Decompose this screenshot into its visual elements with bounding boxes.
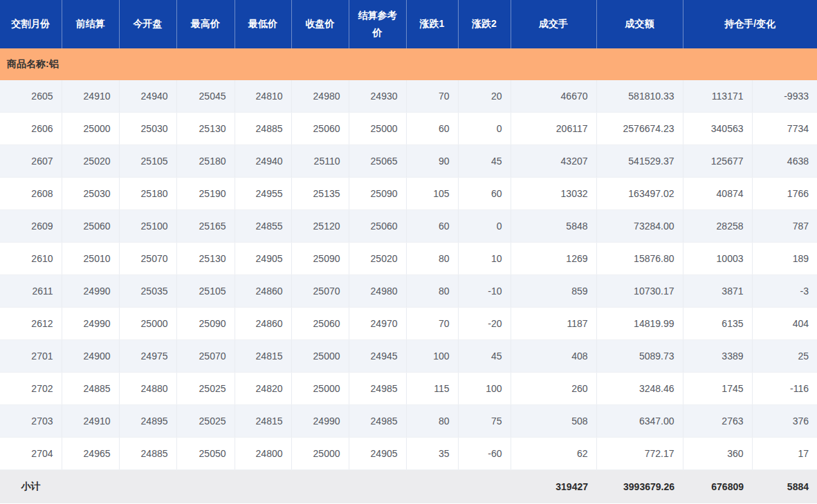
cell-open: 25100 xyxy=(119,210,176,243)
cell-close: 24990 xyxy=(291,405,349,438)
table-row: 2702248852488025025248202500024985115100… xyxy=(0,373,817,405)
cell-low: 24955 xyxy=(235,178,291,210)
cell-open-interest: 40874 xyxy=(683,178,752,210)
commodity-group: 商品名称:铝 xyxy=(0,48,817,80)
col-header-low: 最低价 xyxy=(235,0,291,48)
cell-oi-change: 25 xyxy=(752,340,817,373)
cell-high: 25070 xyxy=(176,340,235,373)
table-header: 交割月份 前结算 今开盘 最高价 最低价 收盘价 结算参考价 涨跌1 涨跌2 成… xyxy=(0,0,817,48)
cell-high: 25025 xyxy=(176,373,235,405)
cell-month: 2608 xyxy=(0,178,62,210)
cell-month: 2609 xyxy=(0,210,62,243)
cell-low: 24855 xyxy=(235,210,291,243)
cell-volume: 43207 xyxy=(511,145,596,178)
cell-change1: 105 xyxy=(406,178,458,210)
cell-close: 25110 xyxy=(291,145,349,178)
cell-low: 24860 xyxy=(235,308,291,340)
cell-oi-change: 1766 xyxy=(752,178,817,210)
cell-turnover: 6347.00 xyxy=(596,405,683,438)
col-header-settlement-ref: 结算参考价 xyxy=(349,0,406,48)
cell-close: 25000 xyxy=(291,438,349,470)
cell-open: 24880 xyxy=(119,373,176,405)
col-header-high: 最高价 xyxy=(176,0,235,48)
col-header-volume: 成交手 xyxy=(511,0,596,48)
cell-volume: 62 xyxy=(511,438,596,470)
cell-prev-settlement: 24900 xyxy=(62,340,119,373)
cell-low: 24940 xyxy=(235,145,291,178)
col-header-prev-settlement: 前结算 xyxy=(62,0,119,48)
subtotal-open-interest: 676809 xyxy=(683,470,752,504)
cell-settlement-ref: 25060 xyxy=(349,210,406,243)
cell-month: 2703 xyxy=(0,405,62,438)
cell-close: 25060 xyxy=(291,113,349,145)
cell-change2: -60 xyxy=(458,438,511,470)
cell-close: 25120 xyxy=(291,210,349,243)
subtotal-oi-change: 5884 xyxy=(752,470,817,504)
cell-prev-settlement: 24965 xyxy=(62,438,119,470)
cell-open: 25030 xyxy=(119,113,176,145)
cell-turnover: 581810.33 xyxy=(596,80,683,113)
subtotal-close xyxy=(291,470,349,504)
cell-settlement-ref: 24985 xyxy=(349,373,406,405)
subtotal-label: 小计 xyxy=(0,470,62,504)
commodity-name-row: 商品名称:铝 xyxy=(0,48,817,80)
cell-oi-change: -9933 xyxy=(752,80,817,113)
subtotal-settlement-ref xyxy=(349,470,406,504)
cell-close: 25090 xyxy=(291,243,349,275)
cell-open-interest: 3871 xyxy=(683,275,752,308)
cell-volume: 5848 xyxy=(511,210,596,243)
table-row: 2608250302518025190249552513525090105601… xyxy=(0,178,817,210)
table-row: 2703249102489525025248152499024985807550… xyxy=(0,405,817,438)
cell-change1: 70 xyxy=(406,80,458,113)
cell-oi-change: 376 xyxy=(752,405,817,438)
cell-change2: 45 xyxy=(458,340,511,373)
cell-settlement-ref: 25090 xyxy=(349,178,406,210)
cell-open-interest: 2763 xyxy=(683,405,752,438)
cell-low: 24860 xyxy=(235,275,291,308)
subtotal-turnover: 3993679.26 xyxy=(596,470,683,504)
subtotal-change1 xyxy=(406,470,458,504)
cell-low: 24905 xyxy=(235,243,291,275)
cell-settlement-ref: 24985 xyxy=(349,405,406,438)
cell-open-interest: 113171 xyxy=(683,80,752,113)
cell-high: 25130 xyxy=(176,243,235,275)
cell-high: 25090 xyxy=(176,308,235,340)
cell-settlement-ref: 24970 xyxy=(349,308,406,340)
cell-close: 25000 xyxy=(291,373,349,405)
col-header-open: 今开盘 xyxy=(119,0,176,48)
cell-open-interest: 340563 xyxy=(683,113,752,145)
cell-oi-change: -116 xyxy=(752,373,817,405)
cell-low: 24800 xyxy=(235,438,291,470)
col-header-turnover: 成交额 xyxy=(596,0,683,48)
cell-open-interest: 125677 xyxy=(683,145,752,178)
col-header-delivery-month: 交割月份 xyxy=(0,0,62,48)
cell-change1: 115 xyxy=(406,373,458,405)
cell-change1: 60 xyxy=(406,210,458,243)
cell-month: 2605 xyxy=(0,80,62,113)
cell-high: 25045 xyxy=(176,80,235,113)
cell-turnover: 5089.73 xyxy=(596,340,683,373)
cell-high: 25165 xyxy=(176,210,235,243)
cell-open-interest: 28258 xyxy=(683,210,752,243)
cell-oi-change: 404 xyxy=(752,308,817,340)
cell-prev-settlement: 25030 xyxy=(62,178,119,210)
header-row: 交割月份 前结算 今开盘 最高价 最低价 收盘价 结算参考价 涨跌1 涨跌2 成… xyxy=(0,0,817,48)
cell-turnover: 14819.99 xyxy=(596,308,683,340)
cell-change2: 0 xyxy=(458,210,511,243)
table-row: 2609250602510025165248552512025060600584… xyxy=(0,210,817,243)
cell-high: 25130 xyxy=(176,113,235,145)
cell-open: 25180 xyxy=(119,178,176,210)
cell-low: 24815 xyxy=(235,340,291,373)
cell-high: 25050 xyxy=(176,438,235,470)
cell-low: 24815 xyxy=(235,405,291,438)
cell-change1: 80 xyxy=(406,275,458,308)
cell-change2: 10 xyxy=(458,243,511,275)
cell-prev-settlement: 24910 xyxy=(62,80,119,113)
cell-settlement-ref: 24980 xyxy=(349,275,406,308)
cell-volume: 508 xyxy=(511,405,596,438)
cell-change2: 60 xyxy=(458,178,511,210)
table-body: 2605249102494025045248102498024930702046… xyxy=(0,80,817,470)
cell-month: 2607 xyxy=(0,145,62,178)
cell-month: 2702 xyxy=(0,373,62,405)
subtotal-open xyxy=(119,470,176,504)
